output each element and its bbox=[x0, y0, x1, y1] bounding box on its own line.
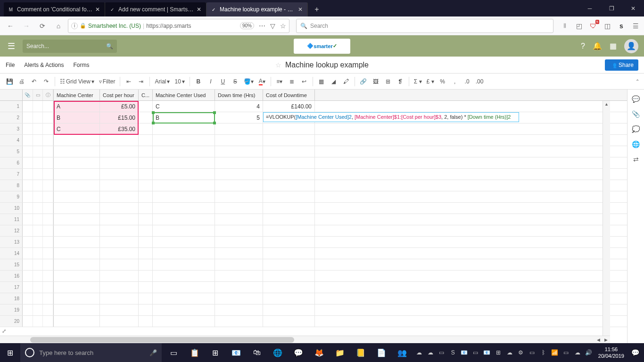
cell[interactable] bbox=[54, 237, 100, 247]
cell[interactable] bbox=[139, 237, 153, 247]
cell[interactable] bbox=[263, 293, 315, 304]
cell[interactable] bbox=[54, 191, 100, 202]
highlight-button[interactable]: 🖍 bbox=[340, 76, 352, 87]
cell[interactable] bbox=[54, 146, 100, 157]
cell[interactable] bbox=[100, 237, 139, 247]
sidebar-icon[interactable]: ◫ bbox=[603, 21, 612, 31]
gutter-header-icon[interactable]: 📎 bbox=[23, 90, 33, 100]
menu-item[interactable]: File bbox=[6, 57, 19, 74]
taskbar-app-icon[interactable]: 🦊 bbox=[309, 343, 330, 362]
forward-button[interactable]: → bbox=[20, 19, 33, 33]
underline-button[interactable]: U bbox=[217, 76, 229, 87]
maximize-button[interactable]: ❐ bbox=[601, 0, 622, 16]
attach-button[interactable]: ⊞ bbox=[382, 76, 394, 87]
pocket-icon[interactable]: ◰ bbox=[574, 21, 584, 31]
cell[interactable] bbox=[54, 293, 100, 304]
print-button[interactable]: 🖨 bbox=[16, 76, 27, 87]
row-number[interactable]: 16 bbox=[0, 271, 23, 281]
cell[interactable] bbox=[153, 237, 215, 247]
tray-icon[interactable]: ▭ bbox=[472, 349, 479, 356]
cell[interactable] bbox=[54, 157, 100, 168]
row-number[interactable]: 3 bbox=[0, 123, 23, 134]
tray-icon[interactable]: ☁ bbox=[415, 349, 423, 356]
cell[interactable] bbox=[263, 157, 315, 168]
cell[interactable]: £35.00 bbox=[100, 123, 139, 134]
taskbar-app-icon[interactable]: 📧 bbox=[226, 343, 247, 362]
gutter-header-icon[interactable]: ▭ bbox=[33, 90, 43, 100]
cell[interactable] bbox=[215, 248, 263, 259]
dec-increase-button[interactable]: .00 bbox=[474, 76, 486, 87]
browser-search-bar[interactable]: 🔍 Search bbox=[296, 19, 553, 33]
app-logo[interactable]: 🔷 smarter✓ bbox=[294, 39, 350, 54]
row-number[interactable]: 13 bbox=[0, 237, 23, 247]
cell[interactable] bbox=[215, 135, 263, 146]
cell[interactable] bbox=[215, 259, 263, 270]
cell[interactable] bbox=[215, 237, 263, 247]
cell[interactable] bbox=[54, 203, 100, 214]
app-search-input[interactable] bbox=[26, 43, 106, 49]
cell[interactable] bbox=[153, 157, 215, 168]
tray-icon[interactable]: ☁ bbox=[506, 349, 513, 356]
cell[interactable] bbox=[54, 259, 100, 270]
scroll-left-icon[interactable]: ◀ bbox=[595, 337, 602, 343]
library-icon[interactable]: ⫴ bbox=[560, 21, 570, 31]
cell[interactable] bbox=[263, 123, 315, 134]
row-number[interactable]: 12 bbox=[0, 225, 23, 236]
tray-icon[interactable]: 📶 bbox=[551, 349, 559, 356]
cell[interactable] bbox=[215, 191, 263, 202]
row-number[interactable]: 18 bbox=[0, 293, 23, 304]
cell[interactable] bbox=[263, 259, 315, 270]
cell[interactable] bbox=[100, 282, 139, 293]
cell[interactable] bbox=[139, 282, 153, 293]
cell[interactable] bbox=[153, 225, 215, 236]
browser-tab[interactable]: MComment on 'Conditional format...✕ bbox=[4, 2, 105, 16]
share-button[interactable]: 👥 Share bbox=[605, 59, 638, 71]
strike-button[interactable]: S bbox=[230, 76, 241, 87]
row-number[interactable]: 17 bbox=[0, 282, 23, 293]
row-number[interactable]: 14 bbox=[0, 248, 23, 259]
close-tab-icon[interactable]: ✕ bbox=[94, 6, 101, 13]
browser-tab[interactable]: ✓Machine lookup example - Sm...✕ bbox=[206, 2, 308, 16]
cell[interactable] bbox=[139, 157, 153, 168]
cell[interactable]: 4 bbox=[215, 101, 263, 112]
row-number[interactable]: 15 bbox=[0, 259, 23, 270]
cell[interactable]: £5.00 bbox=[100, 101, 139, 112]
cell[interactable] bbox=[139, 259, 153, 270]
cell[interactable] bbox=[215, 157, 263, 168]
cell[interactable] bbox=[153, 304, 215, 315]
cell[interactable]: £140.00 bbox=[263, 101, 315, 112]
cell[interactable] bbox=[139, 248, 153, 259]
home-button[interactable]: ⌂ bbox=[52, 19, 65, 33]
cell[interactable] bbox=[263, 271, 315, 281]
cell[interactable] bbox=[215, 225, 263, 236]
font-family-dropdown[interactable]: Arial ▾ bbox=[153, 78, 172, 85]
close-tab-icon[interactable]: ✕ bbox=[196, 6, 202, 13]
tray-icon[interactable]: ☁ bbox=[427, 349, 434, 356]
cell[interactable] bbox=[139, 191, 153, 202]
comma-button[interactable]: , bbox=[449, 76, 461, 87]
taskbar-app-icon[interactable]: 👥 bbox=[392, 343, 413, 362]
cell[interactable] bbox=[263, 225, 315, 236]
right-rail-icon[interactable]: 💬 bbox=[632, 95, 640, 103]
cell[interactable]: C bbox=[153, 101, 215, 112]
tray-icon[interactable]: 📧 bbox=[461, 349, 468, 356]
format-painter-button[interactable]: ▦ bbox=[316, 76, 327, 87]
taskbar-app-icon[interactable]: 🛍 bbox=[247, 343, 267, 362]
right-rail-icon[interactable]: 💭 bbox=[632, 125, 640, 133]
taskbar-app-icon[interactable]: ⊞ bbox=[205, 343, 226, 362]
row-number[interactable]: 9 bbox=[0, 191, 23, 202]
close-window-button[interactable]: ✕ bbox=[622, 0, 644, 16]
cell[interactable] bbox=[215, 214, 263, 225]
right-rail-icon[interactable]: 🌐 bbox=[632, 140, 640, 148]
column-header[interactable]: Machine Center bbox=[54, 90, 100, 100]
zoom-level[interactable]: 90% bbox=[240, 22, 254, 29]
cell[interactable] bbox=[100, 203, 139, 214]
cell[interactable] bbox=[139, 112, 153, 123]
cell[interactable] bbox=[153, 169, 215, 180]
cell[interactable] bbox=[54, 169, 100, 180]
cell[interactable] bbox=[153, 214, 215, 225]
expand-icon[interactable]: ⤢ bbox=[2, 328, 8, 335]
bold-button[interactable]: B bbox=[193, 76, 204, 87]
cell[interactable] bbox=[153, 180, 215, 191]
cell[interactable] bbox=[139, 316, 153, 327]
